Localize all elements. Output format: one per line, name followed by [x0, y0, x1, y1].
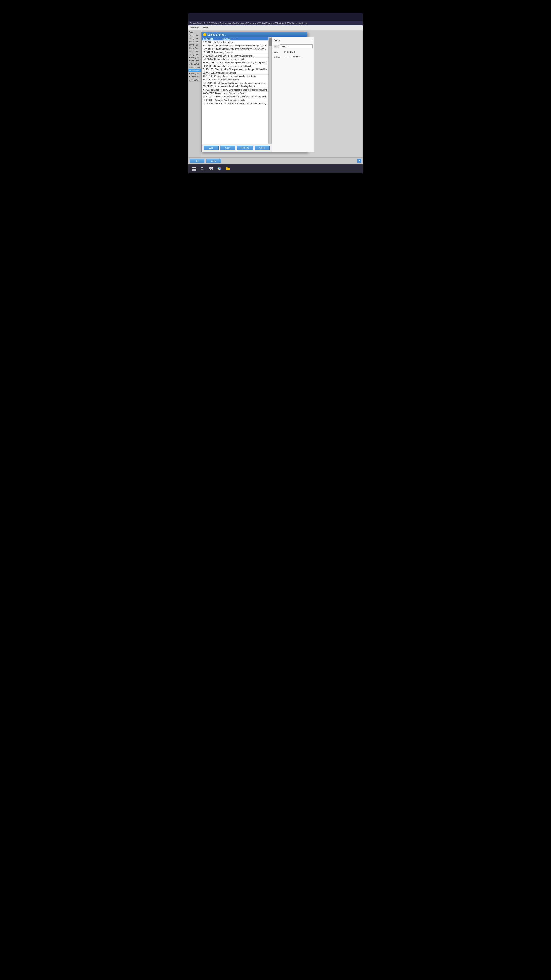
- sort-icon: ⊞: [275, 46, 276, 48]
- value-value: ---------- Settings -: [284, 55, 313, 58]
- top-black-bar: [0, 0, 551, 13]
- remove-button[interactable]: Remove: [237, 146, 253, 150]
- entry-detail-title: Entry ·: [273, 39, 313, 43]
- svg-line-5: [203, 169, 204, 170]
- content-area: Editing Entries... 5C6D86BF: ---------- …: [201, 30, 363, 158]
- sort-button[interactable]: ⊞ ↕: [273, 45, 279, 48]
- entry-item-16[interactable]: A8D4C6FE: Attractiveness Storytelling Sw…: [202, 92, 268, 95]
- svg-rect-0: [192, 167, 194, 169]
- entry-item-17[interactable]: 7EAC11E7: Check to allow storytelling no…: [202, 95, 268, 99]
- entry-list-panel: 5C6D86BF: ---------- Settings ----------…: [202, 37, 272, 152]
- entry-item-14[interactable]: 064DE5C3: Attractiveness Relationship Sc…: [202, 85, 268, 88]
- entry-list-container: 5C6D86BF: ---------- Settings ----------…: [202, 37, 272, 144]
- search-bar: ⊞ ↕: [273, 45, 313, 48]
- svg-rect-6: [209, 167, 211, 169]
- sidebar-row-3: String Tab: [188, 40, 201, 43]
- entry-item-6[interactable]: 073DD827: Relationships Impressions Swit…: [202, 57, 268, 61]
- key-field-row: Key 5C6D86BF: [273, 51, 313, 54]
- type-header: Type: [188, 30, 201, 34]
- entry-detail-panel: Entry · ⊞ ↕ Key: [272, 37, 314, 152]
- key-label: Key: [273, 51, 284, 54]
- taskbar-search-button[interactable]: [199, 165, 206, 172]
- help-icon: ?: [359, 160, 360, 162]
- editing-dialog: Editing Entries... 5C6D86BF: ---------- …: [201, 32, 307, 152]
- entry-item-8[interactable]: F602BC35: Relationships Impressions Hint…: [202, 64, 268, 68]
- sidebar-row-12: — String Tab: [188, 69, 201, 72]
- entry-item-19[interactable]: D1771538: Check to unlock romance intera…: [202, 102, 268, 105]
- sidebar-row-4: String Tab: [188, 43, 201, 46]
- taskbar-chrome-button[interactable]: [216, 165, 223, 172]
- entry-item-15[interactable]: A47B1131: Check to allow Sims attractive…: [202, 88, 268, 92]
- menu-bar: Settings Ware: [188, 25, 363, 30]
- sidebar-row-15: ■ Menu Ta: [188, 78, 201, 82]
- svg-point-4: [201, 167, 203, 169]
- dialog-icon: [203, 33, 206, 36]
- entry-item-13[interactable]: 632C1C48: Check to enable attractiveness…: [202, 81, 268, 85]
- entry-list[interactable]: 5C6D86BF: ---------- Settings ----------…: [202, 37, 269, 144]
- entry-item-4[interactable]: 4826FE25: Personality Settings: [202, 51, 268, 54]
- entry-panel-dot: ·: [312, 39, 313, 41]
- sidebar-row-8: ■ String Tab: [188, 56, 201, 59]
- dialog-buttons: Add Copy Remove Close: [202, 144, 272, 152]
- scroll-thumb[interactable]: [269, 38, 272, 46]
- search-input[interactable]: [280, 45, 313, 48]
- entry-panel-title: Entry: [273, 39, 280, 42]
- title-bar: Sims 4 Studio 3.1.2.9 (Wishes) C:\[UserN…: [188, 21, 363, 25]
- dialog-title-bar: Editing Entries...: [202, 32, 307, 37]
- entry-item-9[interactable]: D1E5625C: Check to allow Sims personalit…: [202, 68, 268, 71]
- copy-button[interactable]: Copy: [220, 146, 235, 150]
- taskbar-explorer-button[interactable]: [224, 165, 231, 172]
- sidebar-row-1: String Tab: [188, 34, 201, 37]
- value-label: Value: [273, 55, 284, 58]
- svg-rect-3: [194, 169, 196, 170]
- taskbar-taskview-button[interactable]: [208, 165, 214, 172]
- menu-settings[interactable]: Settings: [190, 26, 200, 29]
- dialog-body: 5C6D86BF: ---------- Settings ----------…: [202, 37, 307, 152]
- bottom-bar: OK Apply ?: [188, 158, 363, 164]
- sidebar-row-11: ▪▪ String Tab: [188, 66, 201, 69]
- sort-az-icon: ↕: [277, 46, 278, 48]
- app-title: Sims 4 Studio 3.1.2.9 (Wishes) C:\[UserN…: [190, 22, 307, 24]
- entry-item-7[interactable]: 3A96D8CD: Check to enable Sims personali…: [202, 61, 268, 64]
- entry-item-3[interactable]: B2A5D15E: Changing this setting requires…: [202, 48, 268, 51]
- add-button[interactable]: Add: [204, 146, 219, 150]
- entry-item-12[interactable]: 54AF2510: Sims Attractiveness Switch: [202, 78, 268, 81]
- sidebar-row-2: String Tab: [188, 37, 201, 40]
- bottom-black-bar: [0, 173, 551, 237]
- entry-item-5[interactable]: E7BD805C: Change Sims personality relate…: [202, 54, 268, 57]
- taskbar: [188, 164, 363, 173]
- svg-rect-7: [211, 167, 213, 169]
- left-sidebar: Type String Tab String Tab String Tab St…: [188, 30, 201, 158]
- sidebar-row-9: * String Tab: [188, 59, 201, 62]
- main-area: Type String Tab String Tab String Tab St…: [188, 30, 363, 158]
- entry-item-0[interactable]: 5C6D86BF: ---------- Settings ----------: [202, 37, 268, 41]
- sidebar-row-13: ■ String Tab: [188, 72, 201, 75]
- entry-item-1[interactable]: C7260D0F: Relationship Settings: [202, 41, 268, 44]
- svg-rect-9: [211, 169, 213, 170]
- menu-ware[interactable]: Ware: [202, 26, 209, 29]
- entry-item-18[interactable]: 80C2708F: Romance Age Restrictions Switc…: [202, 99, 268, 102]
- entry-item-11[interactable]: AF2D2146: Change Sims attractiveness rel…: [202, 75, 268, 78]
- svg-point-12: [219, 168, 220, 169]
- sidebar-row-10: x String Tab: [188, 62, 201, 66]
- dialog-title: Editing Entries...: [208, 33, 226, 36]
- sidebar-row-7: String Tab: [188, 53, 201, 56]
- screen-wrapper: Sims 4 Studio 3.1.2.9 (Wishes) C:\[UserN…: [188, 13, 363, 173]
- sidebar-row-14: ■ String Tab: [188, 75, 201, 78]
- sidebar-row-5: String Tab: [188, 46, 201, 50]
- close-button[interactable]: Close: [255, 146, 270, 150]
- value-field-row: Value ---------- Settings -: [273, 55, 313, 58]
- windows-start-button[interactable]: [191, 165, 197, 172]
- entry-list-scrollbar[interactable]: [269, 37, 272, 144]
- apply-button[interactable]: Apply: [206, 159, 221, 163]
- svg-rect-1: [194, 167, 196, 169]
- svg-rect-2: [192, 169, 194, 170]
- entry-item-10[interactable]: 0BA438C3: Attractiveness Settings: [202, 71, 268, 75]
- svg-rect-8: [209, 169, 211, 170]
- entry-item-2[interactable]: 892E6F69: Change relationship settings.\…: [202, 44, 268, 48]
- key-value: 5C6D86BF: [284, 51, 313, 53]
- help-button[interactable]: ?: [357, 159, 361, 163]
- sidebar-row-6: String Tab: [188, 50, 201, 53]
- ok-button[interactable]: OK: [190, 159, 205, 163]
